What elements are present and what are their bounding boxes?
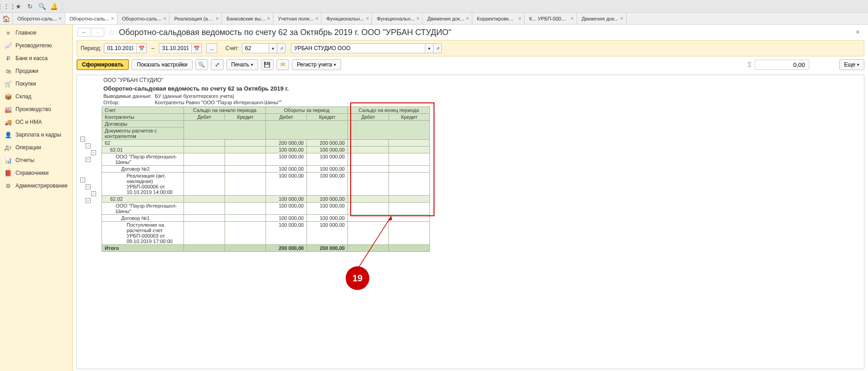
calendar-to-icon[interactable]: 📅 [192,43,202,53]
forward-button[interactable]: → [91,28,104,36]
system-toolbar: ⋮⋮⋮ ★ ↻ 🔍 🔔 [0,0,868,13]
nav-icon: Дт [5,144,12,151]
history-icon[interactable]: ↻ [26,2,35,11]
tab-close-icon[interactable]: × [267,15,270,22]
tab-close-icon[interactable]: × [59,15,62,22]
star-icon[interactable]: ★ [14,2,23,11]
nav-item-4[interactable]: 🛒Покупки [0,77,72,90]
close-page-button[interactable]: × [852,28,863,36]
nav-item-9[interactable]: ДтОперации [0,141,72,154]
more-button[interactable]: Еще [839,59,864,70]
tree-toggle-icon[interactable]: − [86,198,91,203]
tree-toggle-icon[interactable]: − [86,143,91,148]
tree-toggle-icon[interactable]: − [91,191,96,196]
tab-11[interactable]: Движения док...× [577,13,627,24]
tree-toggle-icon[interactable]: − [86,184,91,189]
date-from-input[interactable] [104,43,137,53]
tab-close-icon[interactable]: × [366,15,369,22]
tab-5[interactable]: Учетная поли...× [273,13,322,24]
org-input[interactable] [291,43,425,53]
nav-item-12[interactable]: ⚙Администрирование [0,179,72,192]
nav-item-1[interactable]: 📈Руководителю [0,39,72,52]
date-to-input[interactable] [159,43,192,53]
tab-close-icon[interactable]: × [416,15,419,22]
tree-toggle-icon[interactable]: − [86,157,91,162]
tab-close-icon[interactable]: × [111,15,114,22]
tree-toggle-icon[interactable]: − [80,137,85,142]
table-row[interactable]: 62.02100 000,00100 000,00 [102,196,430,203]
nav-item-0[interactable]: ≡Главное [0,26,72,39]
table-row[interactable]: Договор №1100 000,00100 000,00 [102,215,430,222]
calendar-from-icon[interactable]: 📅 [137,43,147,53]
sidebar: ≡Главное📈Руководителю₽Банк и касса🛍Прода… [0,25,73,371]
account-input[interactable] [242,43,269,53]
tab-close-icon[interactable]: × [215,15,219,22]
nav-item-11[interactable]: 📕Справочники [0,167,72,179]
tree-toggle-icon[interactable]: − [80,178,85,183]
table-row[interactable]: Итого200 000,00200 000,00 [102,245,430,252]
nav-item-5[interactable]: 📦Склад [0,90,72,103]
tab-8[interactable]: Движения док...× [423,13,472,24]
nav-item-2[interactable]: ₽Банк и касса [0,52,72,65]
sum-input[interactable] [755,60,809,70]
table-row[interactable]: 62.01100 000,00100 000,00 [102,147,430,153]
nav-item-8[interactable]: 👤Зарплата и кадры [0,128,72,141]
bell-icon[interactable]: 🔔 [49,2,58,11]
period-picker-button[interactable]: ... [206,43,217,53]
tab-close-icon[interactable]: × [571,15,574,22]
account-open-icon[interactable]: ↗ [277,43,286,53]
nav-icon: 🏭 [5,106,12,113]
tab-1[interactable]: Оборотно-саль...× [65,13,117,24]
tabs-bar: 🏠 Оборотно-саль...×Оборотно-саль...×Обор… [0,13,868,25]
table-row[interactable]: Договор №2100 000,00100 000,00 [102,166,430,173]
table-row[interactable]: ООО "Пауэр Интернэшнл-Шины"100 000,00100… [102,153,430,166]
tree-toggle-icon[interactable]: − [91,150,96,155]
tab-2[interactable]: Оборотно-саль...× [117,13,170,24]
nav-icon: 🛍 [5,67,12,75]
account-dropdown-icon[interactable]: ▾ [269,43,277,53]
tab-close-icon[interactable]: × [518,15,521,22]
org-open-icon[interactable]: ↗ [434,43,442,53]
table-row[interactable]: ООО "Пауэр Интернэшнл-Шины"100 000,00100… [102,203,430,215]
nav-item-10[interactable]: 📊Отчеты [0,154,72,167]
page-title: Оборотно-сальдовая ведомость по счету 62… [119,28,451,37]
nav-icon: ⚙ [5,182,12,189]
expand-button[interactable]: ⤢ [211,59,224,70]
nav-icon: ₽ [5,55,12,62]
tab-close-icon[interactable]: × [466,15,469,22]
generate-button[interactable]: Сформировать [77,59,129,70]
table-row[interactable]: Реализация (акт, накладная) УРБП-000006 … [102,173,430,196]
filter-bar: Период: 📅 – 📅 ... Счет: ▾ ↗ ▾ ↗ [77,40,864,56]
tab-4[interactable]: Банковские вы...× [222,13,273,24]
tab-6[interactable]: Функциональн...× [322,13,372,24]
tab-3[interactable]: Реализация (ак...× [169,13,222,24]
tab-close-icon[interactable]: × [163,15,166,22]
find-button[interactable]: 🔍 [195,59,208,70]
nav-item-6[interactable]: 🏭Производство [0,103,72,116]
back-button[interactable]: ← [78,28,91,36]
tab-7[interactable]: Функциональн...× [372,13,423,24]
tab-10[interactable]: К... УРБП-000001× [525,13,577,24]
nav-item-3[interactable]: 🛍Продажи [0,65,72,77]
tab-9[interactable]: Корректировка ...× [472,13,525,24]
register-button[interactable]: Регистр учета [292,59,341,70]
table-row[interactable]: 62200 000,00200 000,00 [102,140,430,147]
account-label: Счет: [225,45,239,51]
nav-icon: 🛒 [5,80,12,87]
org-dropdown-icon[interactable]: ▾ [425,43,434,53]
home-tab-icon[interactable]: 🏠 [0,13,13,24]
tab-close-icon[interactable]: × [620,15,623,22]
report-org: ООО "УРБАН СТУДИО" [102,76,863,84]
email-button[interactable]: ✉ [276,59,289,70]
table-row[interactable]: Поступление на расчетный счет УРБП-00000… [102,222,430,245]
tab-0[interactable]: Оборотно-саль...× [13,13,65,24]
search-icon[interactable]: 🔍 [37,2,46,11]
report-table: СчетСальдо на начало периодаОбороты за п… [102,107,430,252]
tab-close-icon[interactable]: × [315,15,318,22]
save-button[interactable]: 💾 [261,59,274,70]
apps-icon[interactable]: ⋮⋮⋮ [2,2,11,11]
favorite-star-icon[interactable]: ☆ [108,27,115,37]
show-settings-button[interactable]: Показать настройки [132,59,192,70]
nav-item-7[interactable]: 🚚ОС и НМА [0,116,72,128]
print-button[interactable]: Печать [226,59,258,70]
